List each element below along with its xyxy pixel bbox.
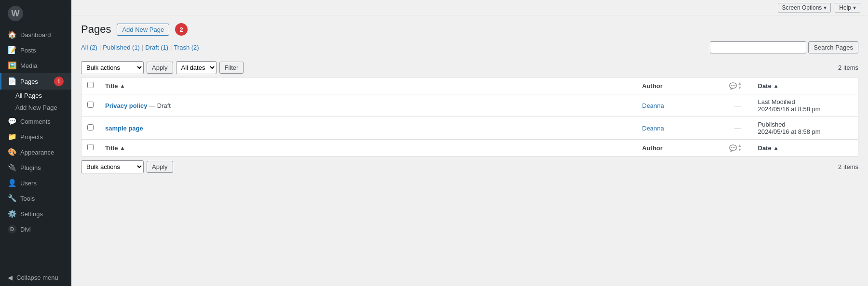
filter-draft[interactable]: Draft (1) <box>145 44 168 51</box>
sidebar-item-settings[interactable]: ⚙️ Settings <box>0 206 71 221</box>
page-title-link-1[interactable]: Privacy policy <box>105 102 147 109</box>
filter-trash[interactable]: Trash (2) <box>174 44 199 51</box>
select-all-checkbox-bottom[interactable] <box>87 144 94 150</box>
date-status-2: Published <box>758 121 786 128</box>
col-header-comments: 💬 ▲ ▼ <box>723 78 752 94</box>
sidebar-item-media[interactable]: 🖼️ Media <box>0 58 71 73</box>
comment-sort: 💬 ▲ ▼ <box>729 81 746 90</box>
filter-button[interactable]: Filter <box>219 62 244 74</box>
toolbar-top: Bulk actions Apply All dates Filter 2 it… <box>81 61 858 74</box>
filter-published[interactable]: Published (1) <box>103 44 140 51</box>
title-column-label: Title <box>105 82 118 90</box>
sidebar-item-tools[interactable]: 🔧 Tools <box>0 191 71 206</box>
settings-icon: ⚙️ <box>8 209 16 218</box>
comments-value-1: — <box>734 102 741 109</box>
comments-column-icon: 💬 <box>729 82 737 90</box>
users-icon: 👤 <box>8 179 16 187</box>
sidebar-item-dashboard[interactable]: 🏠 Dashboard <box>0 27 71 42</box>
row-author-2: Deanna <box>637 117 723 140</box>
sort-date-link-bottom[interactable]: Date ▲ <box>758 144 853 152</box>
collapse-icon: ◀ <box>8 274 13 281</box>
row-check-1 <box>81 94 100 117</box>
main-content: Screen Options ▾ Help ▾ Pages Add New Pa… <box>71 0 868 286</box>
comment-sort-arrows: ▲ ▼ <box>738 81 742 90</box>
filter-all[interactable]: All (2) <box>81 44 97 51</box>
screen-options-button[interactable]: Screen Options ▾ <box>778 3 831 13</box>
sidebar-item-label: Pages <box>20 78 38 85</box>
page-header: Pages Add New Page 2 <box>81 23 858 36</box>
pages-badge: 1 <box>54 77 64 86</box>
help-button[interactable]: Help ▾ <box>835 3 860 13</box>
update-badge: 2 <box>175 23 188 36</box>
projects-icon: 📁 <box>8 132 16 141</box>
table-row: sample page Deanna — Published 2024/05/1… <box>81 117 858 140</box>
sidebar-item-plugins[interactable]: 🔌 Plugins <box>0 160 71 175</box>
sidebar-item-add-new-page[interactable]: Add New Page <box>15 102 71 114</box>
date-column-label: Date <box>758 82 772 90</box>
col-footer-title: Title ▲ <box>99 140 637 156</box>
page-title-suffix-1: — Draft <box>149 102 171 109</box>
table-header-row: Title ▲ Author 💬 ▲ ▼ <box>81 78 858 94</box>
sidebar-item-label: Projects <box>20 133 43 141</box>
select-all-checkbox-top[interactable] <box>87 82 94 88</box>
sidebar: W 🏠 Dashboard 📝 Posts 🖼️ Media 📄 Pages 1… <box>0 0 71 286</box>
screen-options-arrow-icon: ▾ <box>824 4 827 11</box>
date-value-2: 2024/05/16 at 8:58 pm <box>758 128 821 135</box>
comments-column-icon-bottom: 💬 <box>729 144 737 152</box>
page-title-link-2[interactable]: sample page <box>105 125 143 132</box>
dashboard-icon: 🏠 <box>8 30 16 39</box>
sort-down-icon: ▼ <box>738 86 742 90</box>
divi-icon: D <box>8 225 16 234</box>
col-footer-comments: 💬 ▲ ▼ <box>723 140 752 156</box>
sidebar-item-all-pages[interactable]: All Pages <box>15 90 71 102</box>
col-footer-author: Author <box>637 140 723 156</box>
col-footer-check <box>81 140 100 156</box>
date-column-label-bottom: Date <box>758 144 772 152</box>
search-pages-button[interactable]: Search Pages <box>808 41 858 53</box>
col-header-check <box>81 78 100 94</box>
sort-title-icon: ▲ <box>120 83 125 89</box>
apply-button-bottom[interactable]: Apply <box>147 161 173 173</box>
sidebar-logo: W <box>0 0 71 27</box>
comment-sort-bottom: 💬 ▲ ▼ <box>729 143 746 152</box>
author-link-1[interactable]: Deanna <box>642 102 665 109</box>
pages-submenu: All Pages Add New Page <box>0 90 71 114</box>
comments-value-2: — <box>734 125 741 132</box>
appearance-icon: 🎨 <box>8 148 16 156</box>
search-input[interactable] <box>710 41 806 53</box>
add-new-page-button[interactable]: Add New Page <box>117 24 169 36</box>
row-checkbox-1[interactable] <box>87 102 94 108</box>
collapse-menu-button[interactable]: ◀ Collapse menu <box>0 269 71 286</box>
sidebar-item-posts[interactable]: 📝 Posts <box>0 42 71 58</box>
sort-title-link[interactable]: Title ▲ <box>105 82 631 90</box>
add-new-page-label: Add New Page <box>15 104 57 111</box>
help-arrow-icon: ▾ <box>853 4 856 11</box>
sidebar-item-label: Tools <box>20 195 35 202</box>
bulk-actions-select-bottom[interactable]: Bulk actions <box>81 160 144 173</box>
sort-title-icon-bottom: ▲ <box>120 145 125 151</box>
items-count-top: 2 items <box>838 64 858 71</box>
table-body: Privacy policy — Draft Deanna — Last Mod… <box>81 94 858 156</box>
sidebar-item-users[interactable]: 👤 Users <box>0 175 71 191</box>
sidebar-item-projects[interactable]: 📁 Projects <box>0 129 71 144</box>
sidebar-item-label: Divi <box>20 226 31 233</box>
toolbar-top-left: Bulk actions Apply All dates Filter <box>81 61 244 74</box>
sidebar-item-appearance[interactable]: 🎨 Appearance <box>0 144 71 160</box>
pages-icon: 📄 <box>8 77 16 86</box>
sort-down-icon-bottom: ▼ <box>738 148 742 152</box>
row-check-2 <box>81 117 100 140</box>
sidebar-item-comments[interactable]: 💬 Comments <box>0 114 71 129</box>
filter-bar: All (2) | Published (1) | Draft (1) | Tr… <box>81 44 199 51</box>
sort-title-link-bottom[interactable]: Title ▲ <box>105 144 631 152</box>
sort-date-link[interactable]: Date ▲ <box>758 82 853 90</box>
sidebar-item-label: Posts <box>20 47 36 54</box>
row-checkbox-2[interactable] <box>87 124 94 130</box>
sidebar-item-pages[interactable]: 📄 Pages 1 <box>0 73 71 90</box>
items-count-bottom: 2 items <box>838 163 858 170</box>
date-value-1: 2024/05/16 at 8:58 pm <box>758 105 821 113</box>
apply-button-top[interactable]: Apply <box>147 62 173 74</box>
sidebar-item-divi[interactable]: D Divi <box>0 221 71 237</box>
bulk-actions-select-top[interactable]: Bulk actions <box>81 61 144 74</box>
date-filter-select[interactable]: All dates <box>176 61 217 74</box>
author-link-2[interactable]: Deanna <box>642 125 665 132</box>
